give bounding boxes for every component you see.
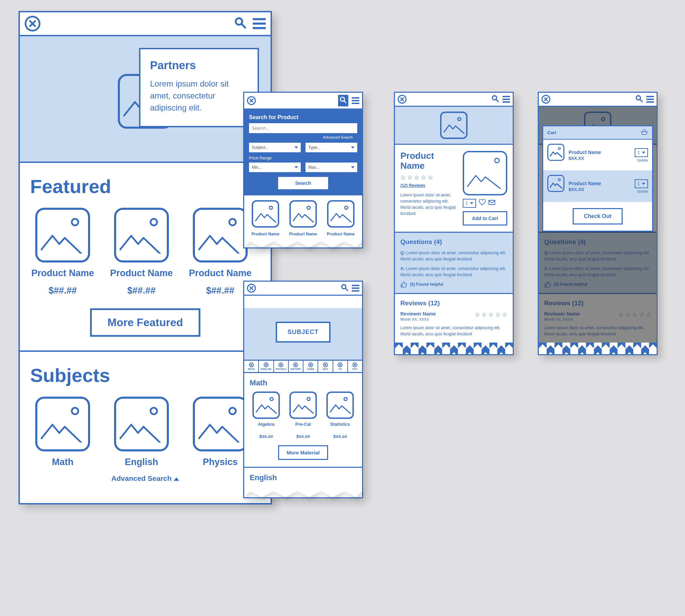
featured-section: Featured Product Name $##.## Product Nam… — [20, 163, 271, 352]
product-price: $##.## — [127, 285, 156, 296]
menu-icon[interactable] — [253, 18, 266, 29]
search-input[interactable] — [249, 123, 357, 133]
type-select[interactable]: Type... — [306, 143, 357, 152]
cart-frame-header — [539, 93, 657, 107]
logo-icon[interactable] — [25, 16, 40, 31]
material-item[interactable]: Pre-Cal$##.## — [287, 392, 320, 439]
search-header — [244, 93, 362, 110]
home-header — [20, 12, 271, 36]
hero: Partners Lorem ipsum dolor sit amet, con… — [20, 36, 271, 163]
logo-icon[interactable] — [247, 284, 256, 293]
advanced-search-link[interactable]: Advanced Search — [249, 135, 357, 139]
cart-qty-select[interactable]: 1 — [635, 179, 648, 188]
search-results: Product Name Product Name Product Name — [244, 195, 362, 239]
material-item[interactable]: Algebra$##.## — [250, 392, 283, 439]
basket-icon[interactable] — [640, 129, 648, 136]
tab-icon — [278, 362, 283, 367]
search-icon[interactable] — [491, 95, 499, 104]
material-item[interactable]: Statistics$##.## — [324, 392, 357, 439]
english-section: English — [244, 467, 362, 488]
search-frame: Search for Product Advanced Search Subje… — [243, 92, 363, 248]
star-rating: ☆☆☆☆☆ — [475, 311, 507, 318]
menu-icon[interactable] — [646, 96, 654, 103]
tab-math[interactable]: MATH — [244, 361, 259, 372]
result-item[interactable]: Product Name — [324, 200, 357, 236]
tab-cs[interactable]: CS — [333, 361, 348, 372]
quantity-select[interactable]: 1 — [463, 199, 476, 208]
min-select[interactable]: Min... — [249, 163, 301, 172]
search-button[interactable]: Search — [278, 177, 328, 189]
subject-hero-button[interactable]: SUBJECT — [276, 322, 330, 343]
search-icon[interactable] — [338, 95, 348, 106]
add-to-cart-button[interactable]: Add to Cart — [463, 211, 507, 226]
tab-icon — [293, 362, 298, 367]
image-placeholder-icon — [547, 144, 564, 161]
result-item[interactable]: Product Name — [249, 200, 282, 236]
more-featured-button[interactable]: More Featured — [90, 308, 200, 337]
cart-qty-select[interactable]: 1 — [635, 148, 648, 157]
cart-item-price: $XX.XX — [569, 187, 631, 192]
featured-item[interactable]: Product Name $##.## — [109, 208, 174, 296]
thumb-icon — [400, 281, 407, 287]
max-select[interactable]: Max... — [306, 163, 357, 172]
reviews-section: Reviews (12) Reviewer Name Month XX, XXX… — [395, 294, 513, 343]
featured-item[interactable]: Product Name $##.## — [30, 208, 95, 296]
subject-item[interactable]: English — [109, 397, 174, 467]
answer-text: A: Lorem ipsum dolor sit amet, consectet… — [400, 266, 507, 278]
menu-icon[interactable] — [502, 96, 510, 103]
tab-chem[interactable]: CHEM — [303, 361, 318, 372]
torn-edge — [244, 488, 362, 497]
update-link[interactable]: Update — [637, 158, 648, 162]
mail-icon[interactable] — [488, 199, 495, 207]
chevron-down-icon — [642, 152, 645, 154]
english-title: English — [250, 473, 357, 482]
product-info: Product Name ☆☆☆☆☆ (12) Reviews Lorem ip… — [395, 145, 513, 232]
svg-point-5 — [340, 97, 345, 101]
tab-psy[interactable]: PSY — [348, 361, 362, 372]
search-icon[interactable] — [234, 17, 247, 30]
image-placeholder-icon — [193, 397, 248, 451]
tab-icon — [352, 362, 357, 367]
question-text: Q: Lorem ipsum dolor sit amet, consectet… — [400, 250, 507, 262]
tab-physics[interactable]: PHYSICS — [274, 361, 289, 372]
checkout-button[interactable]: Check Out — [573, 208, 623, 224]
heart-icon[interactable] — [479, 199, 486, 207]
reviews-link[interactable]: (12) Reviews — [400, 183, 457, 188]
subject-name: Math — [52, 457, 74, 467]
cart-title: Cart — [547, 130, 556, 135]
search-icon[interactable] — [635, 95, 643, 104]
questions-section: Questions (4) Q: Lorem ipsum dolor sit a… — [395, 232, 513, 294]
tab-english[interactable]: ENGLISH — [259, 361, 274, 372]
product-frame: Product Name ☆☆☆☆☆ (12) Reviews Lorem ip… — [394, 92, 514, 355]
subject-select[interactable]: Subject... — [249, 143, 301, 152]
logo-icon[interactable] — [541, 95, 550, 104]
tab-history[interactable]: HISTORY — [289, 361, 303, 372]
update-link[interactable]: Update — [637, 190, 648, 193]
chevron-down-icon — [354, 137, 357, 139]
search-icon[interactable] — [341, 284, 348, 293]
torn-edge — [244, 239, 362, 247]
advanced-search-link[interactable]: Advanced Search — [30, 467, 260, 489]
tab-icon — [338, 362, 342, 367]
home-frame: Partners Lorem ipsum dolor sit amet, con… — [18, 11, 272, 504]
menu-icon[interactable] — [352, 97, 359, 104]
more-material-button[interactable]: More Material — [278, 445, 328, 460]
subject-tabs: MATH ENGLISH PHYSICS HISTORY CHEM GOV CS… — [244, 361, 362, 373]
tab-gov[interactable]: GOV — [318, 361, 333, 372]
tab-icon — [249, 362, 254, 367]
star-rating: ☆☆☆☆☆ — [400, 174, 457, 181]
material-price: $##.## — [259, 434, 273, 439]
subject-item[interactable]: Math — [30, 397, 95, 467]
result-name: Product Name — [289, 232, 317, 236]
image-placeholder-icon — [463, 151, 507, 195]
image-placeholder-icon — [114, 397, 169, 451]
search-title: Search for Product — [249, 114, 357, 120]
logo-icon[interactable] — [247, 96, 256, 105]
helpful-indicator[interactable]: (5) Found helpful — [400, 281, 507, 287]
subject-header — [244, 282, 362, 296]
logo-icon[interactable] — [398, 95, 407, 104]
image-placeholder-icon — [289, 392, 317, 419]
torn-edge — [539, 343, 657, 354]
result-item[interactable]: Product Name — [287, 200, 320, 236]
menu-icon[interactable] — [352, 285, 359, 292]
